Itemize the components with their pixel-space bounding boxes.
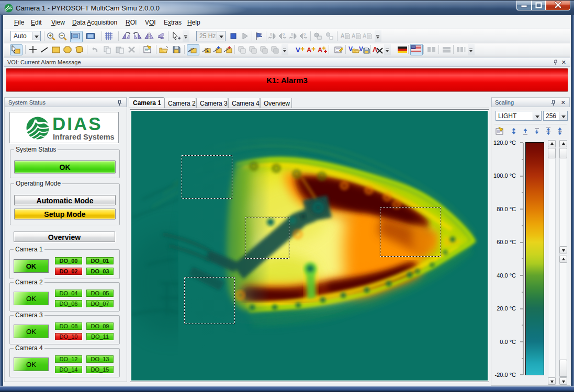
- svg-text:V: V: [348, 45, 353, 53]
- svg-text:A: A: [341, 33, 344, 39]
- svg-text:A: A: [206, 49, 209, 53]
- svg-text:A: A: [373, 45, 378, 53]
- svg-text:A: A: [318, 46, 323, 54]
- svg-text:0: 0: [291, 32, 293, 36]
- svg-text:V: V: [359, 45, 363, 53]
- svg-text:A: A: [363, 33, 366, 39]
- svg-text:0: 0: [303, 32, 306, 36]
- svg-text:A: A: [352, 33, 355, 39]
- svg-text:V: V: [296, 46, 300, 54]
- svg-text:0: 0: [270, 32, 272, 36]
- svg-text:0: 0: [283, 32, 285, 36]
- svg-text:A: A: [307, 46, 312, 54]
